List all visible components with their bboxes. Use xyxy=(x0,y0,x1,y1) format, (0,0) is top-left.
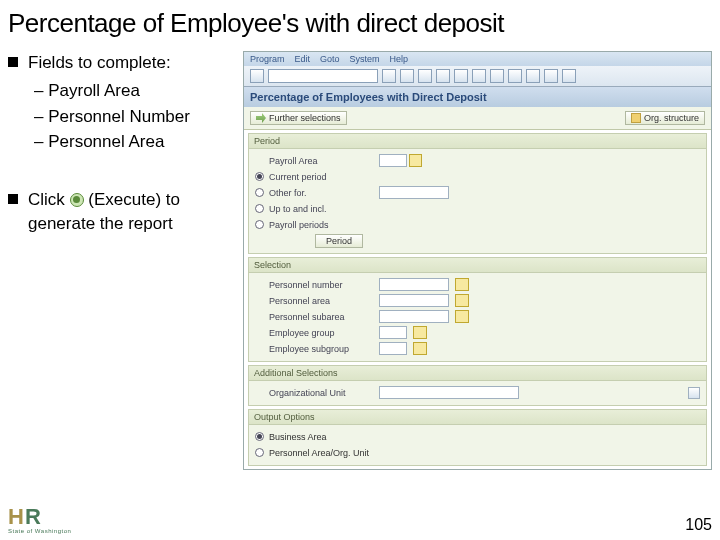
field-item: – Personnel Area xyxy=(34,130,243,154)
further-selections-button[interactable]: Further selections xyxy=(250,111,347,125)
click-instruction: Click (Execute) to generate the report xyxy=(28,188,243,236)
org-structure-button[interactable]: Org. structure xyxy=(625,111,705,125)
panel-header: Period xyxy=(249,134,706,149)
logo-subtitle: State of Washington xyxy=(8,528,71,534)
sel-input[interactable] xyxy=(379,310,449,323)
menu-goto[interactable]: Goto xyxy=(320,54,340,64)
radio-label: Business Area xyxy=(269,432,327,442)
menu-program[interactable]: Program xyxy=(250,54,285,64)
menu-edit[interactable]: Edit xyxy=(295,54,311,64)
toolbar-button[interactable] xyxy=(418,69,432,83)
period-input[interactable] xyxy=(379,186,449,199)
panel-header: Selection xyxy=(249,258,706,273)
output-radio[interactable] xyxy=(255,432,264,441)
sel-label: Employee group xyxy=(269,328,379,338)
sel-label: Employee subgroup xyxy=(269,344,379,354)
arrow-icon xyxy=(256,113,266,123)
org-unit-label: Organizational Unit xyxy=(269,388,379,398)
selection-panel: Selection Personnel number Personnel are… xyxy=(248,257,707,362)
multi-select-button[interactable] xyxy=(413,342,427,355)
period-button[interactable]: Period xyxy=(315,234,363,248)
toolbar-button[interactable] xyxy=(472,69,486,83)
toolbar-button[interactable] xyxy=(526,69,540,83)
toolbar-button[interactable] xyxy=(400,69,414,83)
multi-select-button[interactable] xyxy=(455,294,469,307)
fields-label: Fields to complete: xyxy=(28,51,171,75)
period-panel: Period Payroll Area Current period Other… xyxy=(248,133,707,254)
sel-label: Personnel subarea xyxy=(269,312,379,322)
panel-header: Additional Selections xyxy=(249,366,706,381)
sel-label: Personnel area xyxy=(269,296,379,306)
sel-input[interactable] xyxy=(379,278,449,291)
period-radio[interactable] xyxy=(255,188,264,197)
toolbar-button[interactable] xyxy=(382,69,396,83)
sap-window: Program Edit Goto System Help xyxy=(243,51,712,470)
sel-input[interactable] xyxy=(379,294,449,307)
toolbar-button[interactable] xyxy=(250,69,264,83)
report-title: Percentage of Employees with Direct Depo… xyxy=(244,87,711,107)
execute-icon xyxy=(70,193,84,207)
radio-label: Other for. xyxy=(269,188,379,198)
period-radio[interactable] xyxy=(255,172,264,181)
payroll-area-input[interactable] xyxy=(379,154,407,167)
value-help-button[interactable] xyxy=(409,154,422,167)
toolbar-button[interactable] xyxy=(562,69,576,83)
toolbar-button[interactable] xyxy=(508,69,522,83)
payroll-area-label: Payroll Area xyxy=(269,156,379,166)
org-unit-input[interactable] xyxy=(379,386,519,399)
multi-select-button[interactable] xyxy=(455,310,469,323)
page-number: 105 xyxy=(685,516,712,534)
field-item: – Payroll Area xyxy=(34,79,243,103)
multi-select-button[interactable] xyxy=(413,326,427,339)
org-icon xyxy=(631,113,641,123)
sel-input[interactable] xyxy=(379,326,407,339)
menu-bar: Program Edit Goto System Help xyxy=(244,52,711,66)
additional-panel: Additional Selections Organizational Uni… xyxy=(248,365,707,406)
bullet-square-icon xyxy=(8,194,18,204)
dropdown-button[interactable] xyxy=(688,387,700,399)
sel-label: Personnel number xyxy=(269,280,379,290)
bullet-square-icon xyxy=(8,57,18,67)
toolbar-button[interactable] xyxy=(436,69,450,83)
field-item: – Personnel Number xyxy=(34,105,243,129)
radio-label: Payroll periods xyxy=(269,220,379,230)
instruction-column: Fields to complete: – Payroll Area – Per… xyxy=(8,51,243,470)
multi-select-button[interactable] xyxy=(455,278,469,291)
command-field[interactable] xyxy=(268,69,378,83)
toolbar-button[interactable] xyxy=(454,69,468,83)
radio-label: Up to and incl. xyxy=(269,204,379,214)
radio-label: Personnel Area/Org. Unit xyxy=(269,448,369,458)
slide-title: Percentage of Employee's with direct dep… xyxy=(0,0,720,51)
panel-header: Output Options xyxy=(249,410,706,425)
output-panel: Output Options Business Area Personnel A… xyxy=(248,409,707,466)
standard-toolbar xyxy=(244,66,711,87)
menu-system[interactable]: System xyxy=(350,54,380,64)
toolbar-button[interactable] xyxy=(544,69,558,83)
toolbar-button[interactable] xyxy=(490,69,504,83)
hr-logo: HR State of Washington xyxy=(8,504,71,534)
period-radio[interactable] xyxy=(255,220,264,229)
sel-input[interactable] xyxy=(379,342,407,355)
period-radio[interactable] xyxy=(255,204,264,213)
radio-label: Current period xyxy=(269,172,379,182)
application-toolbar: Further selections Org. structure xyxy=(244,107,711,130)
output-radio[interactable] xyxy=(255,448,264,457)
menu-help[interactable]: Help xyxy=(390,54,409,64)
